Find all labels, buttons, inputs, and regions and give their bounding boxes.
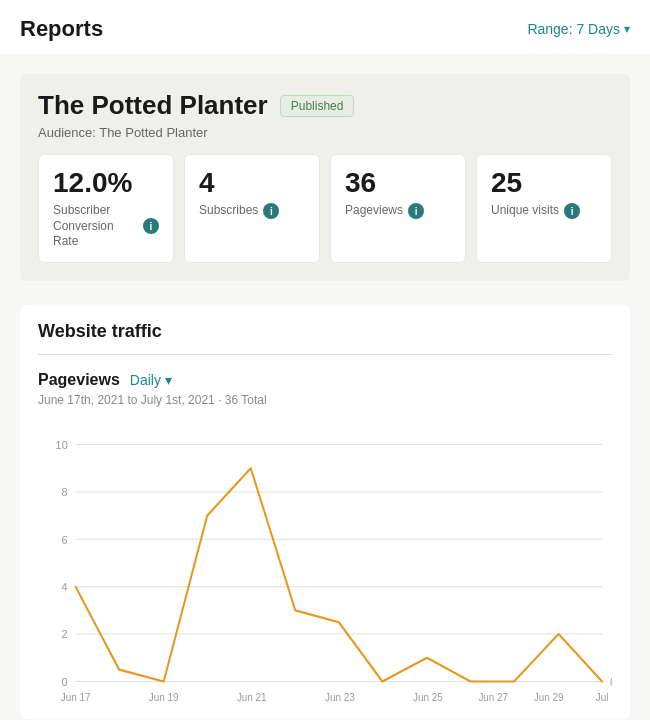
svg-text:Jun 21: Jun 21 (237, 691, 267, 702)
stat-card-conversion: 12.0% Subscriber Conversion Rate i (38, 154, 174, 263)
page-title: Reports (20, 16, 103, 42)
svg-text:Jun 19: Jun 19 (149, 691, 179, 702)
stat-value-unique: 25 (491, 169, 597, 197)
info-icon-subscribes[interactable]: i (263, 203, 279, 219)
page-header: Reports Range: 7 Days ▾ (0, 0, 650, 54)
publication-name: The Potted Planter (38, 90, 268, 121)
range-label: Range: 7 Days (527, 21, 620, 37)
stat-card-subscribes: 4 Subscribes i (184, 154, 320, 263)
stat-label-row-pageviews: Pageviews i (345, 203, 451, 219)
publication-section: The Potted Planter Published Audience: T… (20, 74, 630, 281)
frequency-chevron-icon: ▾ (165, 372, 172, 388)
published-badge: Published (280, 95, 355, 117)
stat-label-subscribes: Subscribes (199, 203, 258, 219)
info-icon-pageviews[interactable]: i (408, 203, 424, 219)
svg-text:6: 6 (62, 533, 68, 545)
pageviews-chart: 0 2 4 6 8 10 Jun 17 Jun 19 Jun 21 Jun 23… (38, 423, 612, 703)
website-traffic-section: Website traffic Pageviews Daily ▾ June 1… (20, 305, 630, 719)
frequency-label: Daily (130, 372, 161, 388)
publication-name-row: The Potted Planter Published (38, 90, 612, 121)
svg-text:Jun 23: Jun 23 (325, 691, 355, 702)
stat-value-subscribes: 4 (199, 169, 305, 197)
stat-label-row-conversion: Subscriber Conversion Rate i (53, 203, 159, 250)
svg-text:8: 8 (62, 486, 68, 498)
range-chevron-icon: ▾ (624, 22, 630, 36)
main-content: The Potted Planter Published Audience: T… (0, 54, 650, 720)
chart-header: Pageviews Daily ▾ (38, 371, 612, 389)
stat-label-pageviews: Pageviews (345, 203, 403, 219)
stat-label-unique: Unique visits (491, 203, 559, 219)
stat-value-pageviews: 36 (345, 169, 451, 197)
svg-text:Jun 27: Jun 27 (478, 691, 508, 702)
svg-text:Jun 25: Jun 25 (413, 691, 443, 702)
svg-text:0: 0 (610, 675, 612, 687)
chart-container: 0 2 4 6 8 10 Jun 17 Jun 19 Jun 21 Jun 23… (38, 423, 612, 703)
info-icon-unique[interactable]: i (564, 203, 580, 219)
svg-text:Jun 17: Jun 17 (61, 691, 91, 702)
svg-text:2: 2 (62, 628, 68, 640)
stat-card-pageviews: 36 Pageviews i (330, 154, 466, 263)
stat-label-row-subscribes: Subscribes i (199, 203, 305, 219)
svg-text:Jun 29: Jun 29 (534, 691, 564, 702)
stat-label-row-unique: Unique visits i (491, 203, 597, 219)
stat-label-conversion: Subscriber Conversion Rate (53, 203, 138, 250)
svg-text:0: 0 (62, 675, 68, 687)
chart-title: Pageviews (38, 371, 120, 389)
section-title: Website traffic (38, 321, 612, 355)
svg-text:Jul: Jul (596, 691, 609, 702)
stat-value-conversion: 12.0% (53, 169, 159, 197)
range-selector[interactable]: Range: 7 Days ▾ (527, 21, 630, 37)
stat-card-unique: 25 Unique visits i (476, 154, 612, 263)
audience-label: Audience: The Potted Planter (38, 125, 612, 140)
frequency-selector[interactable]: Daily ▾ (130, 372, 172, 388)
svg-text:4: 4 (62, 580, 68, 592)
chart-date-range: June 17th, 2021 to July 1st, 2021 · 36 T… (38, 393, 612, 407)
info-icon-conversion[interactable]: i (143, 218, 159, 234)
stats-grid: 12.0% Subscriber Conversion Rate i 4 Sub… (38, 154, 612, 263)
svg-text:10: 10 (56, 438, 68, 450)
